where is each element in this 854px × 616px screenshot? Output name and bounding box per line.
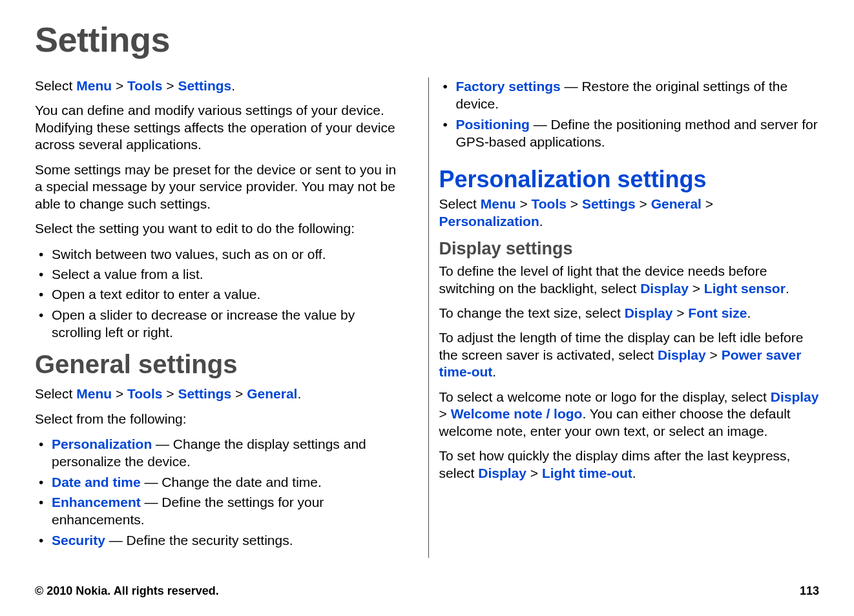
- list-item: Switch between two values, such as on or…: [35, 245, 402, 263]
- separator: >: [166, 78, 178, 93]
- list-item: Open a slider to decrease or increase th…: [35, 306, 402, 342]
- separator: >: [705, 196, 713, 211]
- display-link[interactable]: Display: [640, 281, 689, 296]
- separator: >: [116, 78, 127, 93]
- item-description: — Change the date and time.: [141, 475, 322, 489]
- display-settings-heading: Display settings: [439, 239, 819, 259]
- separator: >: [166, 386, 178, 401]
- settings-link[interactable]: Settings: [178, 78, 231, 93]
- text: To change the text size, select: [439, 305, 625, 320]
- menu-link[interactable]: Menu: [76, 386, 112, 401]
- left-column: Select Menu > Tools > Settings. You can …: [35, 77, 402, 558]
- general-items-continued: Factory settings — Restore the original …: [439, 77, 819, 150]
- font-size-paragraph: To change the text size, select Display …: [439, 305, 819, 322]
- security-link[interactable]: Security: [52, 533, 105, 548]
- separator: >: [519, 196, 531, 211]
- separator: >: [235, 386, 247, 401]
- tools-link[interactable]: Tools: [127, 386, 162, 401]
- enhancement-link[interactable]: Enhancement: [52, 495, 141, 509]
- list-item: Factory settings — Restore the original …: [439, 77, 819, 113]
- font-size-link[interactable]: Font size: [688, 305, 747, 320]
- page-footer: © 2010 Nokia. All rights reserved. 113: [35, 584, 819, 598]
- separator: >: [530, 466, 542, 480]
- text: .: [632, 466, 636, 480]
- separator: >: [116, 386, 127, 401]
- personalization-link[interactable]: Personalization: [52, 436, 152, 451]
- date-and-time-link[interactable]: Date and time: [52, 475, 141, 489]
- intro-paragraph-1: You can define and modify various settin…: [35, 102, 402, 153]
- menu-link[interactable]: Menu: [481, 196, 516, 211]
- footer-copyright: © 2010 Nokia. All rights reserved.: [35, 584, 219, 598]
- list-item: Security — Define the security settings.: [35, 531, 402, 549]
- intro-paragraph-3: Select the setting you want to edit to d…: [35, 220, 402, 237]
- list-item: Enhancement — Define the settings for yo…: [35, 493, 402, 529]
- personalization-select-path: Select Menu > Tools > Settings > General…: [439, 196, 819, 230]
- light-sensor-paragraph: To define the level of light that the de…: [439, 263, 819, 297]
- text: Select: [35, 78, 76, 93]
- item-description: — Define the security settings.: [105, 533, 293, 548]
- general-settings-heading: General settings: [35, 350, 402, 379]
- personalization-link[interactable]: Personalization: [439, 214, 539, 229]
- settings-link[interactable]: Settings: [178, 386, 231, 401]
- separator: >: [710, 347, 722, 362]
- list-item: Open a text editor to enter a value.: [35, 285, 402, 303]
- display-link[interactable]: Display: [771, 389, 819, 404]
- separator: >: [570, 196, 582, 211]
- intro-select-path: Select Menu > Tools > Settings.: [35, 77, 402, 94]
- tools-link[interactable]: Tools: [127, 78, 162, 93]
- separator: >: [676, 305, 688, 320]
- display-link[interactable]: Display: [625, 305, 673, 320]
- separator: >: [439, 406, 451, 421]
- light-time-out-link[interactable]: Light time-out: [542, 466, 632, 480]
- text: .: [539, 214, 543, 229]
- display-link[interactable]: Display: [658, 347, 706, 362]
- intro-paragraph-2: Some settings may be preset for the devi…: [35, 161, 402, 212]
- right-column: Factory settings — Restore the original …: [428, 77, 819, 558]
- text: .: [492, 364, 496, 379]
- general-select-path: Select Menu > Tools > Settings > General…: [35, 385, 402, 402]
- light-time-out-paragraph: To set how quickly the display dims afte…: [439, 447, 819, 482]
- welcome-note-link[interactable]: Welcome note / logo: [451, 406, 583, 421]
- text: To select a welcome note or logo for the…: [439, 389, 771, 404]
- text: .: [747, 305, 751, 320]
- factory-settings-link[interactable]: Factory settings: [456, 79, 561, 94]
- list-item: Positioning — Define the positioning met…: [439, 116, 819, 151]
- text: Select: [439, 196, 481, 211]
- footer-page-number: 113: [800, 584, 819, 598]
- menu-link[interactable]: Menu: [76, 78, 112, 93]
- text: Select: [35, 386, 76, 401]
- text: .: [231, 78, 235, 93]
- power-saver-paragraph: To adjust the length of time the display…: [439, 329, 819, 380]
- separator: >: [693, 281, 704, 296]
- edit-actions-list: Switch between two values, such as on or…: [35, 245, 402, 341]
- list-item: Personalization — Change the display set…: [35, 435, 402, 471]
- tools-link[interactable]: Tools: [532, 196, 567, 211]
- general-items-list: Personalization — Change the display set…: [35, 435, 402, 549]
- general-link[interactable]: General: [651, 196, 702, 211]
- page-title: Settings: [35, 19, 819, 59]
- welcome-note-paragraph: To select a welcome note or logo for the…: [439, 389, 819, 440]
- settings-link[interactable]: Settings: [582, 196, 636, 211]
- document-page: Settings Select Menu > Tools > Settings.…: [0, 0, 854, 616]
- general-subtitle: Select from the following:: [35, 411, 402, 427]
- positioning-link[interactable]: Positioning: [456, 117, 530, 132]
- list-item: Select a value from a list.: [35, 265, 402, 283]
- separator: >: [640, 196, 651, 211]
- light-sensor-link[interactable]: Light sensor: [704, 281, 786, 296]
- two-column-layout: Select Menu > Tools > Settings. You can …: [35, 77, 819, 558]
- general-link[interactable]: General: [247, 386, 297, 401]
- list-item: Date and time — Change the date and time…: [35, 473, 402, 491]
- text: .: [786, 281, 789, 296]
- display-link[interactable]: Display: [478, 466, 526, 480]
- personalization-settings-heading: Personalization settings: [439, 166, 819, 193]
- text: .: [297, 386, 301, 401]
